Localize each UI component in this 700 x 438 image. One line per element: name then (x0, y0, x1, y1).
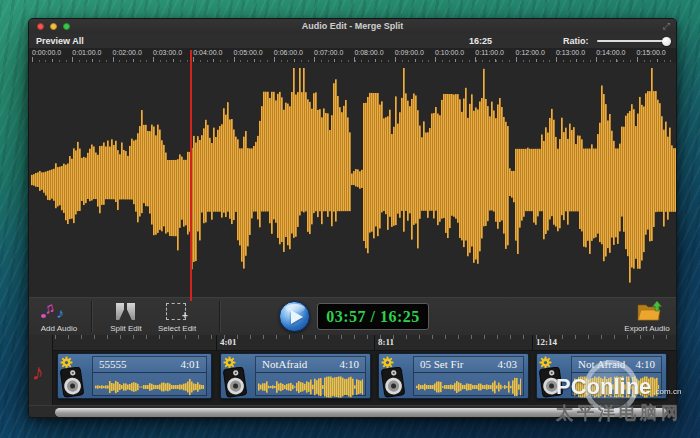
select-edit-button[interactable]: + Select Edit (151, 300, 203, 334)
ruler-minor-tick (86, 60, 87, 63)
mini-ruler-tick (484, 335, 485, 339)
clip-boundary-time-label: 4:01 (220, 337, 237, 347)
mini-ruler-tick (523, 335, 524, 339)
ratio-slider-track[interactable] (597, 40, 671, 42)
clip-boundary-time-label: 8:11 (378, 337, 394, 347)
ruler-major-tick (153, 57, 154, 62)
ruler-minor-tick (644, 60, 645, 63)
speaker-icon (60, 367, 86, 398)
ruler-time-label: 0:10:00.0 (435, 49, 464, 56)
desktop-wallpaper: Audio Edit - Merge Split ⤢ Preview All 1… (0, 0, 700, 438)
ruler-minor-tick (462, 60, 463, 63)
mini-ruler-tick (601, 335, 602, 339)
export-audio-label: Export Audio (619, 324, 675, 333)
ruler-minor-tick (308, 60, 309, 63)
mini-ruler-tick (497, 335, 498, 339)
audio-clip[interactable]: 05 Set Fir 4:03 (378, 353, 529, 399)
ruler-minor-tick (126, 60, 127, 63)
clip-duration: 4:01 (180, 357, 200, 372)
ruler-mid-tick (294, 59, 295, 63)
playhead-line[interactable] (190, 50, 192, 301)
audio-clip[interactable]: NotAfraid 4:10 (220, 353, 371, 399)
clip-waveform (416, 375, 521, 399)
ruler-mid-tick (657, 59, 658, 63)
ruler-mid-tick (495, 59, 496, 63)
add-audio-icon: ♫♪ (31, 300, 87, 322)
audio-clip[interactable]: 55555 4:01 (57, 353, 212, 399)
mini-ruler-tick (562, 335, 563, 339)
ruler-time-label: 0:11:00.0 (475, 49, 504, 56)
ruler-minor-tick (428, 60, 429, 63)
ruler-minor-tick (529, 60, 530, 63)
waveform-area[interactable] (29, 63, 676, 297)
clip-duration: 4:10 (339, 357, 359, 372)
fullscreen-icon[interactable]: ⤢ (663, 20, 670, 33)
mini-ruler-tick (627, 335, 628, 339)
ruler-minor-tick (348, 60, 349, 63)
mini-ruler-tick (211, 335, 212, 339)
add-audio-button[interactable]: ♫♪ Add Audio (31, 300, 87, 334)
add-audio-label: Add Audio (31, 324, 87, 333)
title-bar[interactable]: Audio Edit - Merge Split ⤢ (29, 19, 676, 35)
ruler-minor-tick (623, 60, 624, 63)
ruler-minor-tick (321, 60, 322, 63)
ruler-mid-tick (536, 59, 537, 63)
speaker-icon (539, 367, 565, 398)
ruler-time-label: 0:04:00.0 (193, 49, 222, 56)
ruler-mid-tick (576, 59, 577, 63)
main-waveform[interactable] (29, 63, 677, 297)
ruler-minor-tick (509, 60, 510, 63)
export-audio-button[interactable]: Export Audio (619, 300, 675, 334)
mini-ruler-tick (432, 335, 433, 339)
ruler-minor-tick (610, 60, 611, 63)
ruler-major-tick (395, 57, 396, 62)
mini-ruler-tick (510, 335, 511, 339)
ratio-slider-thumb[interactable] (662, 37, 671, 46)
ruler-time-label: 0:07:00.0 (314, 49, 343, 56)
ruler-major-tick (32, 57, 33, 62)
clip-body: NotAfraid 4:10 (255, 356, 366, 396)
clip-header: NotAfraid 4:10 (256, 357, 365, 373)
clip-body: Not Afraid 4:10 (571, 356, 662, 396)
mini-ruler-tick (575, 335, 576, 339)
mini-ruler-tick (159, 335, 160, 339)
ruler-minor-tick (388, 60, 389, 63)
ruler-major-tick (596, 57, 597, 62)
split-edit-button[interactable]: Split Edit (101, 300, 151, 334)
ruler-minor-tick (381, 60, 382, 63)
clip-title: 55555 (99, 357, 127, 372)
mini-ruler-tick (419, 335, 420, 339)
split-edit-icon (101, 300, 151, 322)
clip-boundary-line (374, 335, 375, 351)
ruler-minor-tick (408, 60, 409, 63)
clip-waveform (95, 375, 204, 399)
mini-ruler-tick (68, 335, 69, 339)
ruler-minor-tick (664, 60, 665, 63)
audio-clip[interactable]: Not Afraid 4:10 (536, 353, 667, 399)
clip-boundary-line (216, 335, 217, 351)
mini-ruler-tick (302, 335, 303, 339)
mini-ruler-tick (471, 335, 472, 339)
ruler-major-tick (354, 57, 355, 62)
ruler-time-label: 0:02:00.0 (113, 49, 142, 56)
total-time-label: 16:25 (469, 36, 492, 46)
ruler-minor-tick (449, 60, 450, 63)
horizontal-scrollbar[interactable] (55, 408, 667, 417)
ruler-minor-tick (146, 60, 147, 63)
ruler-major-tick (314, 57, 315, 62)
ruler-minor-tick (260, 60, 261, 63)
play-button[interactable] (279, 301, 310, 332)
mini-ruler-tick (289, 335, 290, 339)
ruler-mid-tick (254, 59, 255, 63)
mini-ruler-tick (367, 335, 368, 339)
ruler-minor-tick (220, 60, 221, 63)
mini-ruler-tick (354, 335, 355, 339)
select-edit-label: Select Edit (151, 324, 203, 333)
clip-boundary-time-label: 12:14 (536, 337, 557, 347)
select-edit-icon: + (151, 300, 203, 322)
clip-duration: 4:03 (497, 357, 517, 372)
ratio-label: Ratio: (563, 36, 589, 46)
timeline-ruler[interactable]: 0:00:00.00:01:00.00:02:00.00:03:00.00:04… (29, 48, 676, 64)
ruler-time-label: 0:05:00.0 (234, 49, 263, 56)
mini-ruler-tick (120, 335, 121, 339)
